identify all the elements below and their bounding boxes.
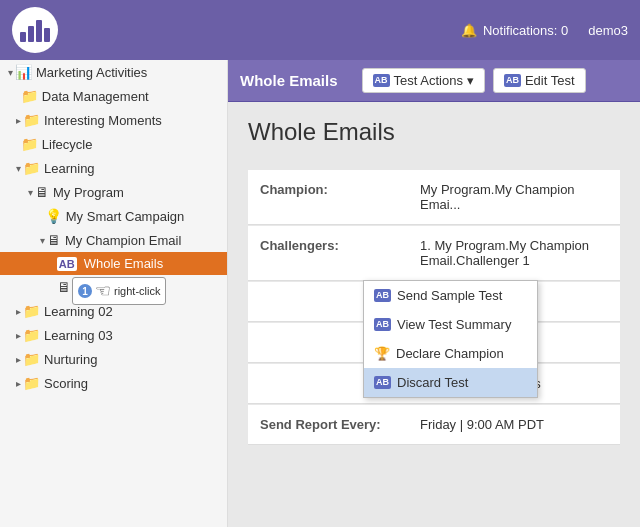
header-right: 🔔 Notifications: 0 demo3 bbox=[461, 23, 628, 38]
context-menu-item-label: View Test Summary bbox=[397, 317, 511, 332]
sidebar-item-nurturing[interactable]: ▸ 📁 Nurturing bbox=[0, 347, 227, 371]
header: 🔔 Notifications: 0 demo3 bbox=[0, 0, 640, 60]
sidebar-item-whole-emails[interactable]: AB Whole Emails bbox=[0, 252, 227, 275]
logo bbox=[12, 7, 58, 53]
sidebar-item-label: My Champion Email bbox=[65, 233, 181, 248]
challengers-label: Challengers: bbox=[248, 232, 408, 274]
context-menu-item-view-test-summary[interactable]: AB View Test Summary bbox=[364, 310, 537, 339]
expand-icon: ▾ bbox=[16, 163, 21, 174]
toolbar: Whole Emails AB Test Actions ▾ AB Edit T… bbox=[228, 60, 640, 102]
expand-icon bbox=[16, 139, 19, 150]
user-label: demo3 bbox=[588, 23, 628, 38]
folder-icon: 📊 bbox=[15, 64, 32, 80]
main-layout: ▾ 📊 Marketing Activities 📁 Data Manageme… bbox=[0, 60, 640, 527]
champion-label: Champion: bbox=[248, 176, 408, 218]
logo-bar-2 bbox=[28, 26, 34, 42]
sidebar-item-marketing-activities[interactable]: ▾ 📊 Marketing Activities bbox=[0, 60, 227, 84]
expand-icon: ▸ bbox=[16, 378, 21, 389]
context-menu-item-send-sample-test[interactable]: AB Send Sample Test bbox=[364, 281, 537, 310]
folder-icon: 📁 bbox=[21, 88, 38, 104]
logo-bar-4 bbox=[44, 28, 50, 42]
ab-test-icon: AB bbox=[57, 257, 77, 271]
folder-icon: 📁 bbox=[23, 351, 40, 367]
sidebar-item-label: Lifecycle bbox=[42, 137, 93, 152]
edit-test-button[interactable]: AB Edit Test bbox=[493, 68, 586, 93]
cursor-text: right-click bbox=[114, 285, 160, 297]
ab-icon: AB bbox=[373, 74, 390, 87]
edit-test-label: Edit Test bbox=[525, 73, 575, 88]
expand-icon bbox=[52, 282, 55, 293]
cursor-num-1: 1 bbox=[78, 284, 92, 298]
folder-icon: 📁 bbox=[23, 303, 40, 319]
trophy-icon: 🏆 bbox=[374, 346, 390, 361]
program-icon: 🖥 bbox=[57, 279, 71, 295]
sidebar-item-label: Interesting Moments bbox=[44, 113, 162, 128]
folder-icon: 📁 bbox=[23, 375, 40, 391]
expand-icon: ▸ bbox=[16, 354, 21, 365]
toolbar-title: Whole Emails bbox=[240, 72, 338, 89]
expand-icon: ▾ bbox=[28, 187, 33, 198]
details-row-champion: Champion: My Program.My Champion Emai... bbox=[248, 170, 620, 225]
expand-icon: ▸ bbox=[16, 115, 21, 126]
sidebar-item-label: Marketing Activities bbox=[36, 65, 147, 80]
send-report-value: Friday | 9:00 AM PDT bbox=[408, 411, 620, 438]
sidebar-item-scoring[interactable]: ▸ 📁 Scoring bbox=[0, 371, 227, 395]
notifications-button[interactable]: 🔔 Notifications: 0 bbox=[461, 23, 568, 38]
sidebar: ▾ 📊 Marketing Activities 📁 Data Manageme… bbox=[0, 60, 228, 527]
notification-icon: 🔔 bbox=[461, 23, 477, 38]
sidebar-item-data-management[interactable]: 📁 Data Management bbox=[0, 84, 227, 108]
sidebar-item-label: Scoring bbox=[44, 376, 88, 391]
sidebar-item-label: Learning bbox=[44, 161, 95, 176]
sidebar-item-label: My Program bbox=[53, 185, 124, 200]
program-icon: 🖥 bbox=[35, 184, 49, 200]
logo-bar-1 bbox=[20, 32, 26, 42]
sidebar-item-learning[interactable]: ▾ 📁 Learning bbox=[0, 156, 227, 180]
hand-cursor-icon: ☞ bbox=[95, 280, 111, 302]
send-report-label: Send Report Every: bbox=[248, 411, 408, 438]
cursor-indicator-1: 1 ☞ right-click bbox=[72, 277, 166, 305]
logo-bar-3 bbox=[36, 20, 42, 42]
sidebar-item-my-cha[interactable]: 🖥 My Cha... 1 ☞ right-click bbox=[0, 275, 227, 299]
sidebar-item-label: Data Management bbox=[42, 89, 149, 104]
ab-icon: AB bbox=[374, 289, 391, 302]
ab-icon: AB bbox=[374, 376, 391, 389]
test-actions-button[interactable]: AB Test Actions ▾ bbox=[362, 68, 485, 93]
sidebar-item-label: Whole Emails bbox=[84, 256, 163, 271]
sidebar-item-lifecycle[interactable]: 📁 Lifecycle bbox=[0, 132, 227, 156]
sidebar-item-label: Learning 03 bbox=[44, 328, 113, 343]
folder-icon: 📁 bbox=[23, 112, 40, 128]
context-menu: AB Send Sample Test AB View Test Summary… bbox=[363, 280, 538, 398]
sidebar-item-interesting-moments[interactable]: ▸ 📁 Interesting Moments bbox=[0, 108, 227, 132]
champion-value: My Program.My Champion Emai... bbox=[408, 176, 620, 218]
sidebar-item-my-champion-email[interactable]: ▾ 🖥 My Champion Email bbox=[0, 228, 227, 252]
sidebar-item-label: Nurturing bbox=[44, 352, 97, 367]
sidebar-item-my-smart-campaign[interactable]: 💡 My Smart Campaign bbox=[0, 204, 227, 228]
folder-icon: 📁 bbox=[23, 327, 40, 343]
details-row-challengers: Challengers: 1. My Program.My Champion E… bbox=[248, 226, 620, 281]
sidebar-item-learning-03[interactable]: ▸ 📁 Learning 03 bbox=[0, 323, 227, 347]
content-area: Whole Emails AB Test Actions ▾ AB Edit T… bbox=[228, 60, 640, 527]
campaign-icon: 💡 bbox=[45, 208, 62, 224]
context-menu-item-label: Send Sample Test bbox=[397, 288, 502, 303]
expand-icon bbox=[40, 211, 43, 222]
content-heading: Whole Emails bbox=[248, 118, 620, 154]
dropdown-arrow-icon: ▾ bbox=[467, 73, 474, 88]
context-menu-item-label: Declare Champion bbox=[396, 346, 504, 361]
context-menu-item-declare-champion[interactable]: 🏆 Declare Champion bbox=[364, 339, 537, 368]
ab-icon: AB bbox=[374, 318, 391, 331]
test-actions-label: Test Actions bbox=[394, 73, 463, 88]
context-menu-item-label: Discard Test bbox=[397, 375, 468, 390]
email-icon: 🖥 bbox=[47, 232, 61, 248]
details-row-send-report: Send Report Every: Friday | 9:00 AM PDT bbox=[248, 405, 620, 445]
sidebar-item-my-program[interactable]: ▾ 🖥 My Program bbox=[0, 180, 227, 204]
expand-icon: ▾ bbox=[8, 67, 13, 78]
expand-icon bbox=[16, 91, 19, 102]
logo-bars bbox=[20, 18, 50, 42]
expand-icon: ▸ bbox=[16, 306, 21, 317]
folder-icon: 📁 bbox=[23, 160, 40, 176]
context-menu-item-discard-test[interactable]: AB Discard Test bbox=[364, 368, 537, 397]
notifications-label: Notifications: 0 bbox=[483, 23, 568, 38]
expand-icon bbox=[52, 258, 55, 269]
ab-icon: AB bbox=[504, 74, 521, 87]
sidebar-item-label: My Smart Campaign bbox=[66, 209, 184, 224]
